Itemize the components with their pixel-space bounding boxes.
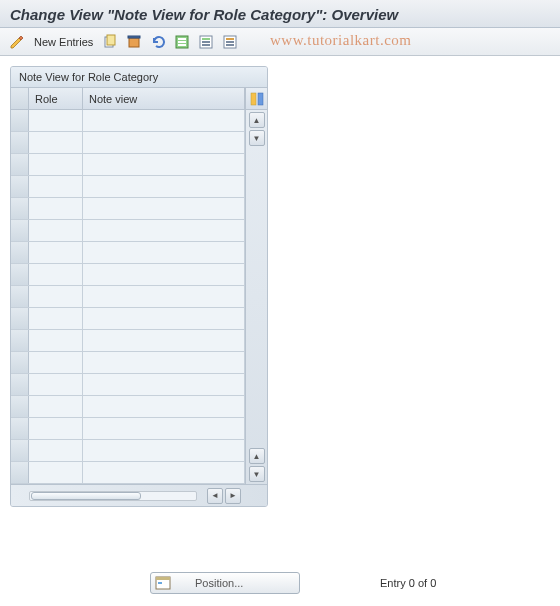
column-header-noteview[interactable]: Note view	[83, 88, 245, 109]
scroll-page-up-button[interactable]: ▼	[249, 130, 265, 146]
table-row	[11, 352, 245, 374]
cell-noteview[interactable]	[83, 198, 245, 219]
row-selector[interactable]	[11, 132, 29, 153]
table-header-row: Role Note view	[11, 88, 267, 110]
row-selector[interactable]	[11, 198, 29, 219]
cell-role[interactable]	[29, 352, 83, 373]
cell-noteview[interactable]	[83, 374, 245, 395]
cell-noteview[interactable]	[83, 418, 245, 439]
row-selector[interactable]	[11, 374, 29, 395]
hscroll-thumb[interactable]	[31, 492, 141, 500]
row-selector[interactable]	[11, 308, 29, 329]
table-row	[11, 176, 245, 198]
cell-role[interactable]	[29, 418, 83, 439]
table-row	[11, 132, 245, 154]
cell-noteview[interactable]	[83, 352, 245, 373]
cell-noteview[interactable]	[83, 110, 245, 131]
scroll-up-button[interactable]: ▲	[249, 112, 265, 128]
content-area: Note View for Role Category Role Note vi…	[0, 56, 560, 557]
cell-noteview[interactable]	[83, 462, 245, 483]
row-selector[interactable]	[11, 110, 29, 131]
cell-role[interactable]	[29, 220, 83, 241]
row-selector[interactable]	[11, 154, 29, 175]
cell-role[interactable]	[29, 286, 83, 307]
svg-rect-6	[178, 41, 186, 43]
cell-noteview[interactable]	[83, 330, 245, 351]
row-selector[interactable]	[11, 418, 29, 439]
cell-role[interactable]	[29, 154, 83, 175]
table-row	[11, 330, 245, 352]
table-row	[11, 154, 245, 176]
select-block-icon[interactable]	[197, 33, 215, 51]
row-selector[interactable]	[11, 352, 29, 373]
row-selector[interactable]	[11, 242, 29, 263]
cell-role[interactable]	[29, 396, 83, 417]
cell-noteview[interactable]	[83, 132, 245, 153]
cell-role[interactable]	[29, 308, 83, 329]
cell-role[interactable]	[29, 198, 83, 219]
svg-rect-9	[202, 38, 210, 40]
cell-role[interactable]	[29, 242, 83, 263]
svg-rect-15	[226, 44, 234, 46]
cell-noteview[interactable]	[83, 286, 245, 307]
scroll-left-button[interactable]: ◄	[207, 488, 223, 504]
configure-columns-icon[interactable]	[245, 88, 267, 109]
copy-as-icon[interactable]	[101, 33, 119, 51]
svg-rect-10	[202, 41, 210, 43]
cell-role[interactable]	[29, 330, 83, 351]
cell-noteview[interactable]	[83, 242, 245, 263]
cell-noteview[interactable]	[83, 154, 245, 175]
cell-noteview[interactable]	[83, 308, 245, 329]
new-entries-button[interactable]: New Entries	[32, 36, 95, 48]
row-selector[interactable]	[11, 264, 29, 285]
position-label: Position...	[195, 577, 243, 589]
footer: Position... Entry 0 of 0	[0, 572, 560, 594]
cell-noteview[interactable]	[83, 176, 245, 197]
entry-status: Entry 0 of 0	[380, 577, 436, 589]
toggle-display-change-icon[interactable]	[8, 33, 26, 51]
cell-role[interactable]	[29, 132, 83, 153]
cell-noteview[interactable]	[83, 396, 245, 417]
column-header-role[interactable]: Role	[29, 88, 83, 109]
svg-rect-1	[107, 35, 115, 45]
svg-rect-20	[158, 582, 162, 584]
position-button[interactable]: Position...	[150, 572, 300, 594]
scroll-down-button[interactable]: ▼	[249, 466, 265, 482]
horizontal-scrollbar[interactable]: ◄ ►	[11, 484, 267, 506]
deselect-all-icon[interactable]	[221, 33, 239, 51]
select-all-icon[interactable]	[173, 33, 191, 51]
row-selector[interactable]	[11, 330, 29, 351]
table-row	[11, 308, 245, 330]
row-selector[interactable]	[11, 176, 29, 197]
row-selector-header[interactable]	[11, 88, 29, 109]
table-row	[11, 286, 245, 308]
cell-role[interactable]	[29, 176, 83, 197]
row-selector[interactable]	[11, 396, 29, 417]
svg-rect-2	[129, 38, 139, 47]
cell-role[interactable]	[29, 462, 83, 483]
cell-noteview[interactable]	[83, 440, 245, 461]
undo-change-icon[interactable]	[149, 33, 167, 51]
table-row	[11, 396, 245, 418]
watermark-text: www.tutorialkart.com	[270, 32, 412, 49]
svg-rect-16	[251, 93, 256, 105]
scroll-right-button[interactable]: ►	[225, 488, 241, 504]
cell-role[interactable]	[29, 440, 83, 461]
cell-role[interactable]	[29, 374, 83, 395]
table-row	[11, 462, 245, 484]
table-row	[11, 264, 245, 286]
row-selector[interactable]	[11, 440, 29, 461]
row-selector[interactable]	[11, 462, 29, 483]
vertical-scrollbar[interactable]: ▲ ▼ ▲ ▼	[245, 110, 267, 484]
row-selector[interactable]	[11, 286, 29, 307]
delete-icon[interactable]	[125, 33, 143, 51]
cell-role[interactable]	[29, 110, 83, 131]
svg-rect-14	[226, 41, 234, 43]
toolbar: New Entries www.tutorialkart.com	[0, 28, 560, 56]
cell-noteview[interactable]	[83, 220, 245, 241]
cell-role[interactable]	[29, 264, 83, 285]
row-selector[interactable]	[11, 220, 29, 241]
svg-rect-7	[178, 44, 186, 46]
scroll-page-down-button[interactable]: ▲	[249, 448, 265, 464]
cell-noteview[interactable]	[83, 264, 245, 285]
